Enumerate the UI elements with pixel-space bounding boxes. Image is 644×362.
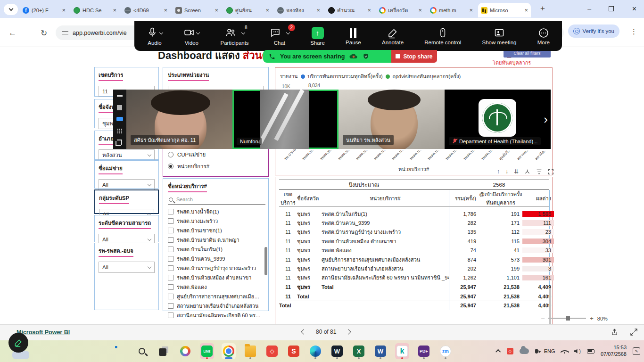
taskbar-search-button[interactable] [135,343,149,359]
tab-close-icon[interactable]: × [316,7,320,13]
chevron-down-icon[interactable] [241,30,245,34]
expand-hierarchy-icon[interactable] [524,169,530,175]
unit-checkbox-item[interactable]: รพสต.บ้านเขาดิน ต.นาพญา [168,235,265,245]
table-row[interactable]: 11ชุมพรศูนย์บริการสาธารณสุขเทศบาลเมืองหล… [279,255,549,264]
list-scrollbar[interactable] [264,247,267,275]
language-indicator[interactable]: ENG [544,348,555,354]
excel-button[interactable]: X [352,343,366,359]
clear-all-filters-button[interactable]: Clear all filters [504,50,551,58]
unit-checkbox-item[interactable]: รพสต.บางน้ำจืด(1) [168,207,265,216]
browser-tab[interactable]: HDC Se× [71,3,119,17]
verify-its-you-button[interactable]: Verify it's you [568,25,619,38]
hidden-icons-chevron[interactable] [495,349,501,354]
onedrive-icon[interactable] [520,348,529,354]
drill-down-icon[interactable]: ⇊ [514,168,519,175]
tab-close-icon[interactable]: × [469,7,473,13]
table-row[interactable]: 11ชุมพรรพสต.บ้านควน_9399282171111 [279,218,549,227]
unit-checkbox-item[interactable]: ศูนย์บริการสาธารณสุขเทศบาลเมืองหลัง.. [168,292,265,301]
back-icon[interactable]: ← [8,28,17,38]
task-view-button[interactable] [157,343,171,359]
video-button[interactable]: Video [183,27,199,46]
sort-descending-icon[interactable]: ↓ [505,168,508,175]
share-button[interactable]: ↑ Share [310,27,325,46]
column-header[interactable]: บริการ [281,198,296,207]
sort-ascending-icon[interactable]: ↑ [497,168,500,175]
zoom-slider-handle[interactable] [566,316,570,321]
table-row-subtotal[interactable]: 11ชุมพรTotal25,94721,5384,409 [279,282,549,291]
radio-option-cup[interactable]: CUPแม่ข่าย [168,150,264,159]
browser-tab-active[interactable]: Microso× [478,3,531,17]
word-button[interactable]: W [373,343,388,359]
chevron-down-icon[interactable] [159,30,163,34]
browser-tab[interactable]: f(20+) F× [20,3,68,17]
browser-tab[interactable]: <4D69× [122,3,170,17]
video-tile[interactable]: สศิธร บัณฑิตมหากุล ศอ. 11 [126,90,232,149]
table-row[interactable]: 11ชุมพรรพสต.บ้านราษฎร์บำรุง บางมะพร้าว13… [279,228,549,237]
unit-checkbox-item[interactable]: รพสต.บางมะพร้าว [168,216,265,226]
tab-close-icon[interactable]: × [164,7,167,13]
notification-icon[interactable]: ✎ [633,347,640,355]
tab-close-icon[interactable]: × [367,7,371,13]
window-close-button[interactable]: × [632,5,636,13]
file-explorer-button[interactable] [243,343,257,359]
site-settings-icon[interactable] [62,31,68,35]
wifi-icon[interactable] [561,349,568,354]
unit-checkbox-item[interactable]: รพสต.บ้านควน_9399 [168,254,265,263]
unit-search-box[interactable]: Search [168,195,265,205]
table-row[interactable]: 11ชุมพรรพสต.บ้านในกริม(1)1,7861911,595 [279,209,549,218]
start-button[interactable] [113,343,127,359]
participants-button[interactable]: 8 Participants [221,27,249,46]
line-app-button[interactable]: LINE [200,343,214,359]
tab-close-icon[interactable]: × [62,7,66,13]
next-participants-icon[interactable]: › [544,112,548,127]
edge-button[interactable] [308,343,322,359]
share-icon[interactable] [611,329,618,336]
next-page-icon[interactable] [346,329,351,334]
zoom-slider[interactable] [548,318,586,319]
previous-page-icon[interactable] [301,329,306,334]
browser-tab[interactable]: meth m× [427,3,476,17]
column-header[interactable]: เขต [284,190,292,198]
window-restore-button[interactable] [609,6,614,11]
column-header[interactable]: ทันตบุคลากร [486,198,515,207]
tab-close-icon[interactable]: × [265,7,269,13]
zoom-in-icon[interactable]: + [590,315,594,322]
gallery-view-icon[interactable] [117,128,123,134]
voice-access-icon[interactable] [535,349,538,354]
pdf-app-button[interactable]: PDF [417,343,431,359]
tray-diamond-icon[interactable]: ◇ [507,348,513,354]
focus-mode-icon[interactable] [548,169,554,175]
s-app-button[interactable]: S [287,343,301,359]
new-tab-button[interactable]: + [540,4,545,13]
browser-tab[interactable]: เครื่องวัด× [376,3,425,17]
chrome-button[interactable] [222,343,236,359]
table-row-subtotal[interactable]: 11Total25,94721,5384,409 [279,292,549,301]
vertical-scrollbar[interactable] [549,288,551,328]
filter-icon[interactable] [536,169,542,175]
zoom-app-button[interactable]: zm [438,343,453,359]
window-minimize-button[interactable]: – [587,5,591,12]
strip-view-icon[interactable] [116,117,123,121]
expand-strip-icon[interactable] [116,140,122,146]
radio-option-service-unit[interactable]: หน่วยบริการ# [168,162,264,171]
tab-close-icon[interactable]: × [113,7,116,13]
reload-icon[interactable]: ↻ [41,28,47,38]
taskbar-clock[interactable]: 15:5307/07/2568 [601,345,627,358]
filter-dropdown-district[interactable]: หลังสวน [99,149,155,161]
remote-control-button[interactable]: Remote control [424,27,461,45]
unit-checkbox-item[interactable]: รพสต.บ้านราษฎร์บำรุง บางมะพร้าว [168,263,265,273]
video-tile-active-speaker[interactable]: Numfon [232,90,339,149]
column-header[interactable]: ชื่อจังหวัด [297,194,322,203]
battery-icon[interactable] [587,349,594,354]
browser-tab[interactable]: ศูนย์อน× [223,3,272,17]
table-row[interactable]: 11ชุมพรสถานพยาบาลเรือนจำอำเภอหลังสวน2021… [279,264,549,273]
tab-close-icon[interactable]: × [418,7,422,13]
unit-checkbox-item[interactable]: รพสต.บ้านห้วยเหมือง ตำบลนาขา [168,273,265,282]
chevron-down-icon[interactable] [196,30,200,34]
copilot-button[interactable] [178,343,192,359]
browser-tab[interactable]: คำนวณ× [325,3,374,17]
video-tile[interactable]: นนทิยา รพ.หลังสวน [339,90,445,149]
annotate-button[interactable]: Annotate [382,27,404,45]
single-view-icon[interactable] [117,105,122,110]
zoom-out-icon[interactable]: – [541,315,545,322]
